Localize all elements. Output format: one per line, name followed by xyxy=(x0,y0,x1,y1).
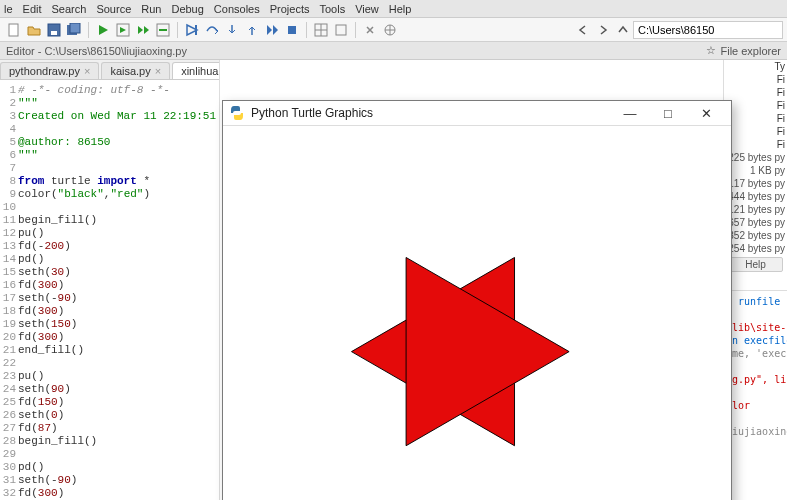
code-line[interactable]: 7 xyxy=(2,162,219,175)
code-line[interactable]: 13fd(-200) xyxy=(2,240,219,253)
code-line[interactable]: 14pd() xyxy=(2,253,219,266)
code-line[interactable]: 28begin_fill() xyxy=(2,435,219,448)
menu-help[interactable]: Help xyxy=(389,3,412,15)
back-icon[interactable] xyxy=(575,22,591,38)
list-item[interactable]: 225 bytes py xyxy=(724,151,787,164)
menu-consoles[interactable]: Consoles xyxy=(214,3,260,15)
run-cell-icon[interactable] xyxy=(115,22,131,38)
code-editor[interactable]: 1# -*- coding: utf-8 -*-2"""3Created on … xyxy=(0,80,219,500)
code-line[interactable]: 19seth(150) xyxy=(2,318,219,331)
code-line[interactable]: 2""" xyxy=(2,97,219,110)
console-line: ame, 'exec' xyxy=(726,347,785,360)
tab-kaisa[interactable]: kaisa.py× xyxy=(101,62,170,79)
editor-titlebar: Editor - C:\Users\86150\liujiaoxing.py ☆… xyxy=(0,42,787,60)
list-item[interactable]: 657 bytes py xyxy=(724,216,787,229)
list-item[interactable]: 117 bytes py xyxy=(724,177,787,190)
list-item[interactable]: 444 bytes py xyxy=(724,190,787,203)
step-into-icon[interactable] xyxy=(224,22,240,38)
tab-pythondraw[interactable]: pythondraw.py× xyxy=(0,62,99,79)
code-line[interactable]: 17seth(-90) xyxy=(2,292,219,305)
menu-tools[interactable]: Tools xyxy=(319,3,345,15)
close-button[interactable]: ✕ xyxy=(687,101,725,125)
tab-label: pythondraw.py xyxy=(9,65,80,77)
menu-search[interactable]: Search xyxy=(52,3,87,15)
turtle-window[interactable]: Python Turtle Graphics — □ ✕ xyxy=(222,100,732,500)
menu-edit[interactable]: Edit xyxy=(23,3,42,15)
location-input[interactable] xyxy=(633,21,783,39)
code-line[interactable]: 21end_fill() xyxy=(2,344,219,357)
code-line[interactable]: 6""" xyxy=(2,149,219,162)
console-line: olor xyxy=(726,399,785,412)
console-line: ng.py", lin xyxy=(726,373,785,386)
code-line[interactable]: 26seth(0) xyxy=(2,409,219,422)
run-icon[interactable] xyxy=(95,22,111,38)
code-line[interactable]: 10 xyxy=(2,201,219,214)
code-line[interactable]: 3Created on Wed Mar 11 22:19:51 2020 xyxy=(2,110,219,123)
save-all-icon[interactable] xyxy=(66,22,82,38)
close-icon[interactable]: × xyxy=(84,65,90,77)
code-line[interactable]: 30pd() xyxy=(2,461,219,474)
console-line: liujiaoxing xyxy=(726,425,785,438)
save-icon[interactable] xyxy=(46,22,62,38)
stop-icon[interactable] xyxy=(284,22,300,38)
code-line[interactable]: 5@author: 86150 xyxy=(2,136,219,149)
preferences-icon[interactable] xyxy=(362,22,378,38)
turtle-titlebar[interactable]: Python Turtle Graphics — □ ✕ xyxy=(223,101,731,126)
maximize-pane-icon[interactable] xyxy=(313,22,329,38)
right-pane: Ty Fi Fi Fi Fi Fi Fi 225 bytes py 1 KB p… xyxy=(723,60,787,500)
code-line[interactable]: 27fd(87) xyxy=(2,422,219,435)
code-line[interactable]: 32fd(300) xyxy=(2,487,219,500)
file-list: Ty Fi Fi Fi Fi Fi Fi 225 bytes py 1 KB p… xyxy=(724,60,787,255)
col-file: Fi xyxy=(724,73,787,86)
console-output[interactable]: n runfile \lib\site-pin execfileame, 'ex… xyxy=(724,290,787,442)
list-item[interactable]: 1 KB py xyxy=(724,164,787,177)
up-icon[interactable] xyxy=(615,22,631,38)
svg-rect-9 xyxy=(288,26,296,34)
code-line[interactable]: 25fd(150) xyxy=(2,396,219,409)
console-line: n runfile xyxy=(726,295,785,308)
code-line[interactable]: 12pu() xyxy=(2,227,219,240)
close-icon[interactable]: × xyxy=(155,65,161,77)
tab-xinlihua[interactable]: xinlihua.py× xyxy=(172,62,220,79)
forward-icon[interactable] xyxy=(595,22,611,38)
minimize-button[interactable]: — xyxy=(611,101,649,125)
run-selection-icon[interactable] xyxy=(155,22,171,38)
file-explorer-title[interactable]: File explorer xyxy=(720,45,781,57)
code-line[interactable]: 23pu() xyxy=(2,370,219,383)
list-item[interactable]: 121 bytes py xyxy=(724,203,787,216)
fullscreen-icon[interactable] xyxy=(333,22,349,38)
debug-icon[interactable] xyxy=(184,22,200,38)
maximize-button[interactable]: □ xyxy=(649,101,687,125)
continue-icon[interactable] xyxy=(264,22,280,38)
menu-source[interactable]: Source xyxy=(96,3,131,15)
code-line[interactable]: 8from turtle import * xyxy=(2,175,219,188)
location-nav xyxy=(573,21,783,39)
help-button[interactable]: Help xyxy=(728,257,783,272)
code-line[interactable]: 11begin_fill() xyxy=(2,214,219,227)
code-line[interactable]: 1# -*- coding: utf-8 -*- xyxy=(2,84,219,97)
code-line[interactable]: 15seth(30) xyxy=(2,266,219,279)
code-line[interactable]: 4 xyxy=(2,123,219,136)
run-cell-next-icon[interactable] xyxy=(135,22,151,38)
new-file-icon[interactable] xyxy=(6,22,22,38)
tab-label: xinlihua.py xyxy=(181,65,220,77)
menu-file[interactable]: le xyxy=(4,3,13,15)
code-line[interactable]: 24seth(90) xyxy=(2,383,219,396)
menu-view[interactable]: View xyxy=(355,3,379,15)
code-line[interactable]: 9color("black","red") xyxy=(2,188,219,201)
menu-run[interactable]: Run xyxy=(141,3,161,15)
pythonpath-icon[interactable] xyxy=(382,22,398,38)
code-line[interactable]: 29 xyxy=(2,448,219,461)
code-line[interactable]: 22 xyxy=(2,357,219,370)
list-item[interactable]: 352 bytes py xyxy=(724,229,787,242)
code-line[interactable]: 18fd(300) xyxy=(2,305,219,318)
step-over-icon[interactable] xyxy=(204,22,220,38)
menu-projects[interactable]: Projects xyxy=(270,3,310,15)
list-item[interactable]: 254 bytes py xyxy=(724,242,787,255)
code-line[interactable]: 16fd(300) xyxy=(2,279,219,292)
step-out-icon[interactable] xyxy=(244,22,260,38)
open-file-icon[interactable] xyxy=(26,22,42,38)
code-line[interactable]: 31seth(-90) xyxy=(2,474,219,487)
menu-debug[interactable]: Debug xyxy=(171,3,203,15)
code-line[interactable]: 20fd(300) xyxy=(2,331,219,344)
